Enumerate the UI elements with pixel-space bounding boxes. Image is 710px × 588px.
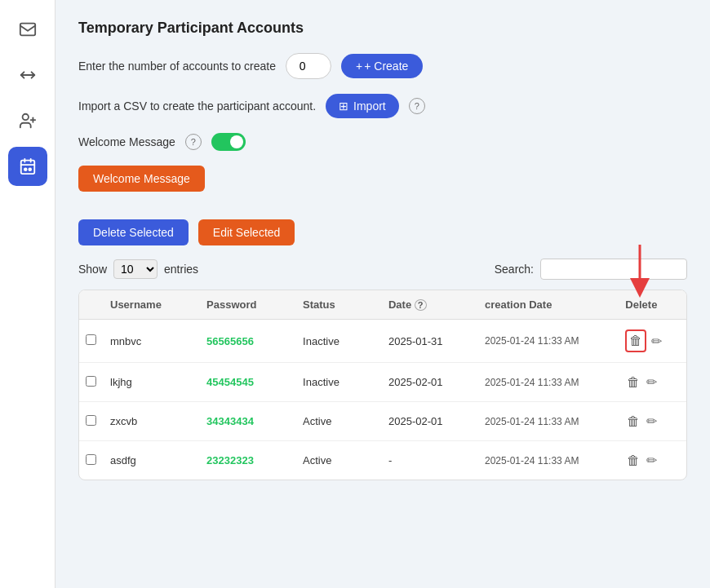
cell-status: Inactive	[296, 363, 382, 402]
create-label: Enter the number of accounts to create	[78, 60, 276, 73]
th-delete: Delete	[619, 290, 686, 320]
cell-username: mnbvc	[104, 320, 200, 363]
entries-left: Show 10 25 50 100 entries	[78, 259, 198, 279]
cell-status: Active	[296, 402, 382, 441]
delete-button[interactable]: 🗑	[625, 374, 641, 391]
edit-selected-button[interactable]: Edit Selected	[198, 219, 295, 245]
edit-button[interactable]: ✏	[645, 412, 659, 431]
cell-actions: 🗑 ✏	[619, 402, 686, 441]
welcome-message-label: Welcome Message	[78, 135, 175, 148]
action-buttons-row: Delete Selected Edit Selected	[78, 219, 687, 245]
accounts-table-container: Username Password Status Date ? creation…	[78, 290, 687, 480]
delete-button[interactable]: 🗑	[625, 452, 641, 470]
svg-point-10	[29, 168, 31, 170]
th-checkbox	[79, 290, 104, 320]
entries-per-page-select[interactable]: 10 25 50 100	[113, 259, 158, 279]
welcome-message-section: Welcome Message ?	[78, 133, 687, 151]
cell-status: Inactive	[296, 320, 382, 363]
th-creation-date: creation Date	[478, 290, 619, 320]
table-row: lkjhg 45454545 Inactive 2025-02-01 2025-…	[79, 363, 686, 402]
cell-creation-date: 2025-01-24 11:33 AM	[478, 441, 619, 480]
row-checkbox-cell	[79, 320, 104, 363]
svg-point-9	[24, 168, 26, 170]
welcome-message-button[interactable]: Welcome Message	[78, 166, 205, 192]
row-checkbox-0[interactable]	[86, 334, 96, 345]
show-label: Show	[78, 263, 107, 276]
delete-button[interactable]: 🗑	[628, 332, 644, 350]
cell-password: 45454545	[200, 363, 296, 402]
cell-password: 56565656	[200, 320, 296, 363]
welcome-toggle[interactable]	[211, 133, 246, 151]
cell-password: 34343434	[200, 402, 296, 441]
sidebar-item-participants[interactable]	[8, 55, 47, 95]
accounts-table: Username Password Status Date ? creation…	[79, 290, 686, 480]
edit-button[interactable]: ✏	[650, 332, 663, 351]
table-row: zxcvb 34343434 Active 2025-02-01 2025-01…	[79, 402, 686, 441]
sidebar-item-mail[interactable]	[8, 10, 47, 49]
highlighted-delete-icon: 🗑	[625, 329, 646, 352]
import-label: Import a CSV to create the participant a…	[78, 99, 316, 113]
delete-button[interactable]: 🗑	[625, 413, 641, 431]
import-help-icon[interactable]: ?	[409, 98, 425, 114]
cell-username: lkjhg	[104, 363, 200, 402]
cell-actions: 🗑 ✏	[619, 320, 686, 363]
table-body: mnbvc 56565656 Inactive 2025-01-31 2025-…	[79, 320, 686, 480]
import-button[interactable]: ⊞ Import	[326, 94, 399, 118]
th-username: Username	[104, 290, 200, 320]
cell-creation-date: 2025-01-24 11:33 AM	[478, 363, 619, 402]
row-checkbox-cell	[79, 402, 104, 441]
cell-username: asdfg	[104, 441, 200, 480]
sidebar	[0, 0, 55, 588]
sidebar-item-add-user[interactable]	[8, 101, 47, 140]
row-checkbox-1[interactable]	[86, 376, 96, 387]
row-actions: 🗑 ✏	[625, 373, 680, 391]
search-right: Search:	[495, 259, 687, 280]
delete-selected-button[interactable]: Delete Selected	[78, 219, 189, 245]
row-checkbox-2[interactable]	[86, 415, 96, 426]
svg-rect-0	[20, 24, 34, 36]
svg-rect-5	[20, 161, 34, 175]
sidebar-item-schedule[interactable]	[8, 147, 47, 186]
row-actions: 🗑 ✏	[625, 451, 680, 470]
cell-creation-date: 2025-01-24 11:33 AM	[478, 402, 619, 441]
cell-date: 2025-01-31	[382, 320, 478, 363]
row-actions: 🗑 ✏	[625, 329, 680, 352]
create-button[interactable]: + + Create	[341, 54, 423, 78]
accounts-table-wrapper: Username Password Status Date ? creation…	[78, 290, 687, 480]
th-password: Password	[200, 290, 296, 320]
svg-point-2	[22, 114, 28, 120]
create-accounts-section: Enter the number of accounts to create +…	[78, 53, 687, 79]
import-grid-icon: ⊞	[339, 99, 348, 113]
cell-status: Active	[296, 441, 382, 480]
cell-password: 23232323	[200, 441, 296, 480]
search-input[interactable]	[540, 259, 687, 280]
cell-actions: 🗑 ✏	[619, 363, 686, 402]
th-status: Status	[296, 290, 382, 320]
welcome-help-icon[interactable]: ?	[185, 134, 202, 150]
table-row: asdfg 23232323 Active - 2025-01-24 11:33…	[79, 441, 686, 480]
entries-search-row: Show 10 25 50 100 entries Search:	[78, 259, 687, 280]
row-checkbox-3[interactable]	[86, 454, 96, 465]
edit-button[interactable]: ✏	[645, 451, 659, 470]
page-title: Temporary Participant Accounts	[78, 20, 687, 37]
edit-button[interactable]: ✏	[645, 373, 659, 391]
entries-label: entries	[164, 263, 198, 276]
th-date: Date ?	[382, 290, 478, 320]
import-csv-section: Import a CSV to create the participant a…	[78, 94, 687, 118]
plus-icon: +	[356, 60, 362, 73]
row-checkbox-cell	[79, 441, 104, 480]
account-count-input[interactable]	[286, 53, 331, 79]
cell-actions: 🗑 ✏	[619, 441, 686, 480]
cell-date: 2025-02-01	[382, 363, 478, 402]
table-row: mnbvc 56565656 Inactive 2025-01-31 2025-…	[79, 320, 686, 363]
search-label: Search:	[495, 263, 534, 276]
cell-creation-date: 2025-01-24 11:33 AM	[478, 320, 619, 363]
cell-username: zxcvb	[104, 402, 200, 441]
row-actions: 🗑 ✏	[625, 412, 680, 431]
main-content: Temporary Participant Accounts Enter the…	[55, 0, 710, 588]
table-header-row: Username Password Status Date ? creation…	[79, 290, 686, 320]
row-checkbox-cell	[79, 363, 104, 402]
cell-date: -	[382, 441, 478, 480]
cell-date: 2025-02-01	[382, 402, 478, 441]
